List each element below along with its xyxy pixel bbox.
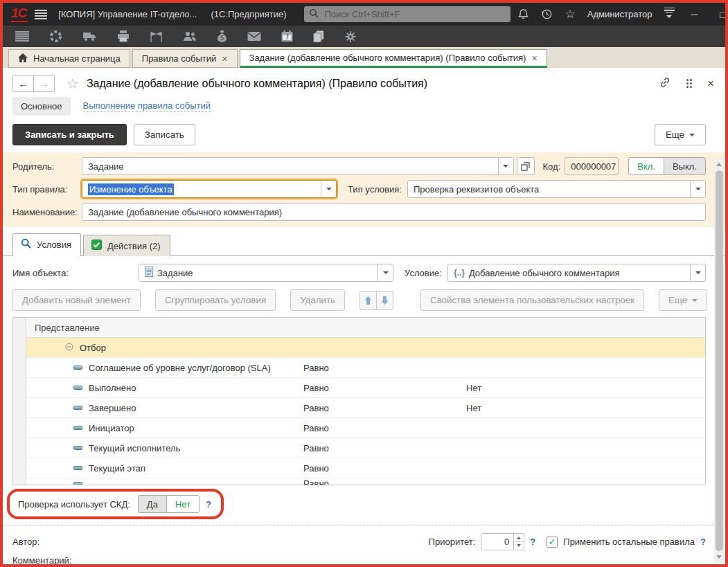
scroll-up-icon[interactable] <box>714 159 724 169</box>
favorites-star-icon[interactable]: ☆ <box>565 8 575 20</box>
group-conditions-button[interactable]: Сгруппировать условия <box>155 289 276 311</box>
search-input[interactable] <box>323 8 506 20</box>
conditions-more-button[interactable]: Еще <box>659 289 707 311</box>
rule-type-combo[interactable]: Изменение объекта <box>82 180 337 198</box>
parent-combo[interactable]: Задание <box>82 157 514 175</box>
vertical-scrollbar[interactable] <box>714 159 724 563</box>
author-label: Автор: <box>12 537 39 547</box>
spin-up-icon[interactable] <box>514 534 524 542</box>
skd-yes-button[interactable]: Да <box>138 495 167 513</box>
apply-other-rules-checkbox[interactable]: ✓ <box>547 537 558 548</box>
condition-type-label: Тип условия: <box>348 184 402 195</box>
back-button[interactable]: ← <box>12 75 34 92</box>
more-button[interactable]: Еще <box>655 124 706 145</box>
form-nav: Основное Выполнение правила событий <box>3 96 725 123</box>
notifications-bell-icon[interactable] <box>517 8 529 20</box>
tab-actions[interactable]: Действия (2) <box>83 235 170 256</box>
help-icon[interactable]: ? <box>530 537 535 547</box>
nav-item-basic[interactable]: Основное <box>12 97 71 116</box>
service-menu-icon[interactable] <box>664 8 675 21</box>
maximize-button[interactable]: □ <box>715 9 728 20</box>
table-row[interactable]: Текущий этап Равно <box>26 458 705 478</box>
tab-label: Задание (добавление обычного комментария… <box>249 53 526 63</box>
history-icon[interactable] <box>541 8 553 20</box>
name-field[interactable]: Задание (добавление обычного комментария… <box>82 203 706 221</box>
filter-group-row[interactable]: Отбор <box>26 338 705 358</box>
comment-label: Комментарий: <box>12 555 706 564</box>
priority-input[interactable]: 0 <box>481 533 514 550</box>
settings-gear-icon[interactable] <box>344 30 357 43</box>
save-and-close-button[interactable]: Записать и закрыть <box>12 124 127 145</box>
table-row[interactable]: Завершено Равно Нет <box>26 398 705 418</box>
chevron-down-icon <box>692 299 698 305</box>
comment-row: Комментарий: <box>3 553 725 564</box>
enable-off-button[interactable]: Выкл. <box>664 157 706 175</box>
close-icon[interactable]: × <box>531 53 537 63</box>
global-search[interactable] <box>304 6 511 22</box>
condition-combo[interactable]: {..} Добавление обычного комментария <box>447 264 706 282</box>
skd-no-button[interactable]: Нет <box>166 495 199 513</box>
users-icon[interactable] <box>183 31 197 42</box>
desktop-icon[interactable] <box>49 30 62 43</box>
finish-flags-icon[interactable] <box>150 31 163 42</box>
scrollbar-thumb[interactable] <box>716 170 723 551</box>
priority-stepper[interactable]: 0 <box>481 533 524 550</box>
delete-button[interactable]: Удалить <box>290 289 345 311</box>
collapse-minus-icon[interactable] <box>65 343 73 353</box>
user-settings-properties-button[interactable]: Свойства элемента пользовательских настр… <box>420 289 644 311</box>
calendar-icon[interactable]: 7 <box>281 30 293 42</box>
more-actions-icon[interactable] <box>686 79 692 88</box>
scroll-down-icon[interactable] <box>714 552 724 562</box>
minimize-button[interactable]: ─ <box>686 9 703 20</box>
table-row[interactable]: Выполнено Равно Нет <box>26 378 705 398</box>
sections-menu-icon[interactable] <box>15 31 29 42</box>
documents-icon[interactable] <box>313 30 324 42</box>
favorite-star-icon[interactable]: ☆ <box>66 75 79 92</box>
tab-conditions[interactable]: Условия <box>12 233 81 256</box>
move-up-icon[interactable] <box>359 291 377 310</box>
help-icon[interactable]: ? <box>700 537 706 547</box>
condition-label: Условие: <box>405 268 442 278</box>
get-link-icon[interactable] <box>659 76 671 91</box>
open-parent-icon[interactable] <box>517 157 535 175</box>
money-bag-icon[interactable]: S <box>217 30 227 42</box>
parent-row: Родитель: Задание Код: 000000007 Вкл. Вы… <box>12 157 706 175</box>
move-down-icon[interactable] <box>376 291 393 310</box>
table-row-clipped[interactable]: Равно <box>26 478 705 485</box>
chevron-down-icon[interactable] <box>378 264 393 281</box>
chevron-down-icon[interactable] <box>498 158 513 174</box>
current-user[interactable]: Администратор <box>587 9 652 19</box>
annotation-highlight: Проверка использует СКД: Да Нет ? <box>7 489 224 519</box>
truck-icon[interactable] <box>82 31 97 42</box>
nav-link-rule-execution[interactable]: Выполнение правила событий <box>83 100 211 112</box>
printer-icon[interactable] <box>117 30 130 42</box>
main-menu-icon[interactable] <box>35 10 47 19</box>
tab-home[interactable]: Начальная страница <box>8 49 130 68</box>
close-icon[interactable]: × <box>222 54 227 64</box>
title-bar: 1С [КОПИЯ] Управление IT-отдело... (1С:П… <box>3 3 725 26</box>
tab-event-rules[interactable]: Правила событий × <box>132 49 238 68</box>
magnifier-icon <box>21 238 31 251</box>
braces-icon: {..} <box>454 268 465 278</box>
header-fields: Родитель: Задание Код: 000000007 Вкл. Вы… <box>3 152 725 227</box>
close-form-icon[interactable]: × <box>707 78 714 89</box>
skd-row: Проверка использует СКД: Да Нет ? <box>3 485 725 519</box>
column-header-representation[interactable]: Представление <box>26 318 705 338</box>
enable-on-button[interactable]: Вкл. <box>628 157 664 175</box>
conditions-table: Представление Отбор Соглашение об уровне… <box>12 317 706 485</box>
forward-button[interactable]: → <box>33 75 55 92</box>
save-button[interactable]: Записать <box>134 124 195 145</box>
help-icon[interactable]: ? <box>206 499 211 510</box>
chevron-down-icon[interactable] <box>321 181 336 197</box>
add-element-button[interactable]: Добавить новый элемент <box>12 289 141 311</box>
table-row[interactable]: Текущий исполнитель Равно <box>26 438 705 458</box>
spin-down-icon[interactable] <box>514 542 524 550</box>
chevron-down-icon[interactable] <box>690 264 705 281</box>
condition-type-combo[interactable]: Проверка реквизитов объекта <box>407 180 706 198</box>
object-name-combo[interactable]: Задание <box>139 264 393 282</box>
mail-icon[interactable] <box>247 31 261 42</box>
chevron-down-icon[interactable] <box>690 181 705 197</box>
table-row[interactable]: Инициатор Равно <box>26 418 705 438</box>
table-row[interactable]: Соглашение об уровне услуг/договор (SLA)… <box>26 358 705 378</box>
tab-task-event-rule[interactable]: Задание (добавление обычного комментария… <box>240 49 547 68</box>
